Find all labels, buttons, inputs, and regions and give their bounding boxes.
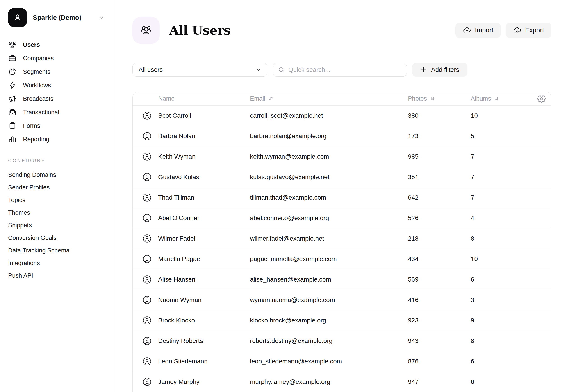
sidebar-nav-item[interactable]: Broadcasts (8, 92, 104, 106)
user-photos-count: 876 (408, 358, 471, 365)
table-row[interactable]: Abel O'Conner abel.conner.o@example.org … (133, 208, 551, 228)
chevron-down-icon (256, 67, 261, 72)
app-root: Sparkle (Demo) Users Companies Segments … (0, 0, 569, 392)
user-photos-count: 380 (408, 112, 471, 119)
search-input[interactable] (288, 66, 402, 73)
nav-icon (8, 135, 17, 144)
configure-item-label: Conversion Goals (8, 235, 57, 241)
user-albums-count: 6 (471, 358, 535, 365)
user-albums-count: 6 (471, 378, 535, 385)
user-avatar-icon (143, 132, 151, 140)
sidebar-nav-item[interactable]: Companies (8, 52, 104, 65)
table-row[interactable]: Alise Hansen alise_hansen@example.com 56… (133, 269, 551, 290)
table-row[interactable]: Jamey Murphy murphy.jamey@example.org 94… (133, 372, 551, 392)
user-email: wilmer.fadel@example.net (250, 235, 408, 242)
sort-icon[interactable] (430, 96, 436, 102)
column-header[interactable]: Name (133, 95, 250, 102)
nav-label: Users (23, 42, 40, 48)
segment-select[interactable]: All users (132, 63, 267, 77)
header-actions: Import Export (455, 23, 552, 38)
search-box (273, 63, 407, 77)
nav-icon (8, 108, 17, 117)
sidebar-nav-item[interactable]: Reporting (8, 133, 104, 146)
search-icon (278, 66, 285, 73)
column-header[interactable]: Photos (408, 95, 471, 102)
nav-label: Companies (23, 55, 54, 62)
configure-nav-item[interactable]: Topics (8, 194, 104, 206)
import-label: Import (475, 27, 493, 34)
user-avatar-icon (143, 337, 151, 345)
table-row[interactable]: Destiny Roberts roberts.destiny@example.… (133, 331, 551, 351)
column-header[interactable]: Email (250, 95, 408, 102)
configure-nav-item[interactable]: Conversion Goals (8, 232, 104, 244)
user-email: carroll_scot@example.net (250, 112, 408, 119)
user-albums-count: 7 (471, 194, 535, 201)
user-albums-count: 9 (471, 317, 535, 324)
user-albums-count: 6 (471, 276, 535, 283)
sort-icon[interactable] (268, 96, 274, 102)
user-name: Leon Stiedemann (158, 358, 208, 365)
user-name: Brock Klocko (158, 317, 195, 324)
sort-icon[interactable] (494, 96, 500, 102)
user-avatar-icon (143, 173, 151, 181)
filter-row: All users Add filters (132, 63, 552, 77)
user-name: Destiny Roberts (158, 337, 203, 345)
sidebar-nav-item[interactable]: Segments (8, 65, 104, 79)
user-avatar-icon (143, 255, 151, 263)
workspace-switcher[interactable]: Sparkle (Demo) (8, 8, 104, 27)
user-email: kulas.gustavo@example.net (250, 173, 408, 181)
column-settings-button[interactable] (535, 95, 551, 103)
workspace-logo (8, 8, 27, 27)
user-name: Abel O'Conner (158, 214, 199, 222)
segment-select-value: All users (139, 66, 163, 73)
sidebar-nav-item[interactable]: Forms (8, 119, 104, 133)
table-row[interactable]: Naoma Wyman wyman.naoma@example.com 416 … (133, 290, 551, 310)
table-row[interactable]: Leon Stiedemann leon_stiedemann@example.… (133, 351, 551, 372)
configure-nav-item[interactable]: Integrations (8, 257, 104, 269)
cloud-upload-icon (463, 26, 471, 34)
user-name: Keith Wyman (158, 153, 195, 160)
table-row[interactable]: Thad Tillman tillman.thad@example.com 64… (133, 187, 551, 208)
sidebar-nav-item[interactable]: Workflows (8, 79, 104, 92)
table-row[interactable]: Barbra Nolan barbra.nolan@example.org 17… (133, 126, 551, 146)
user-avatar-icon (143, 275, 151, 284)
configure-nav-item[interactable]: Themes (8, 206, 104, 219)
primary-nav: Users Companies Segments Workflows Broad… (8, 38, 104, 146)
configure-item-label: Themes (8, 209, 30, 216)
sidebar-nav-item[interactable]: Transactional (8, 106, 104, 119)
configure-nav-item[interactable]: Data Tracking Schema (8, 244, 104, 257)
nav-label: Forms (23, 122, 40, 129)
add-filters-button[interactable]: Add filters (412, 63, 467, 77)
user-photos-count: 434 (408, 255, 471, 263)
user-email: pagac_mariella@example.com (250, 255, 408, 263)
sidebar-nav-item[interactable]: Users (8, 38, 104, 52)
configure-nav-item[interactable]: Sender Profiles (8, 181, 104, 194)
column-label: Photos (408, 95, 427, 102)
configure-nav-item[interactable]: Sending Domains (8, 168, 104, 181)
page-title: All Users (169, 23, 231, 38)
table-row[interactable]: Brock Klocko klocko.brock@example.org 92… (133, 310, 551, 331)
user-name: Scot Carroll (158, 112, 191, 119)
import-button[interactable]: Import (455, 23, 501, 38)
configure-nav-item[interactable]: Push API (8, 269, 104, 282)
table-row[interactable]: Mariella Pagac pagac_mariella@example.co… (133, 249, 551, 269)
table-row[interactable]: Wilmer Fadel wilmer.fadel@example.net 21… (133, 228, 551, 249)
user-avatar-icon (143, 152, 151, 161)
user-albums-count: 10 (471, 255, 535, 263)
table-row[interactable]: Keith Wyman keith.wyman@example.com 985 … (133, 146, 551, 167)
chevron-down-icon (98, 14, 104, 21)
export-button[interactable]: Export (506, 23, 552, 38)
user-email: murphy.jamey@example.org (250, 378, 408, 385)
user-avatar-icon (143, 316, 151, 325)
nav-label: Workflows (23, 82, 51, 89)
user-photos-count: 569 (408, 276, 471, 283)
column-header[interactable]: Albums (471, 95, 535, 102)
table-row[interactable]: Scot Carroll carroll_scot@example.net 38… (133, 106, 551, 126)
configure-nav-item[interactable]: Snippets (8, 219, 104, 232)
table-row[interactable]: Gustavo Kulas kulas.gustavo@example.net … (133, 167, 551, 187)
configure-item-label: Sending Domains (8, 171, 56, 179)
configure-item-label: Snippets (8, 222, 32, 229)
user-albums-count: 7 (471, 153, 535, 160)
configure-item-label: Sender Profiles (8, 184, 50, 191)
user-email: leon_stiedemann@example.com (250, 358, 408, 365)
